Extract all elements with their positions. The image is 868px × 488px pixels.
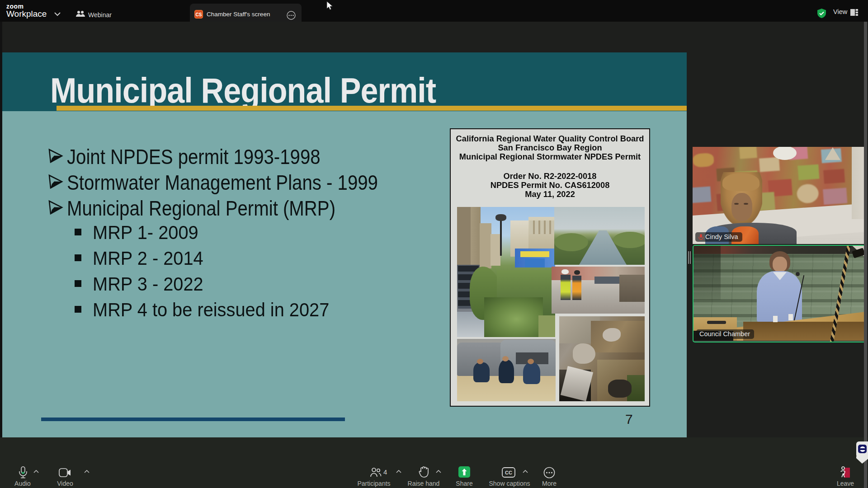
- svg-text:CC: CC: [505, 470, 512, 475]
